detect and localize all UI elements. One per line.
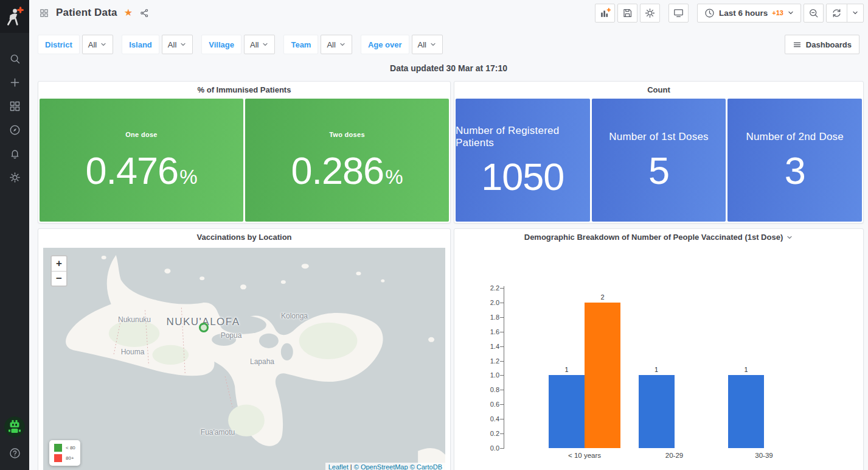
bar-orange-0 [585,303,620,448]
dashboards-button[interactable]: Dashboards [785,35,859,54]
dashboard-settings-button[interactable] [640,4,660,23]
map-zoom-in-button[interactable]: + [52,256,66,271]
y-tick-label: 0.0 [479,444,499,452]
save-dashboard-button[interactable] [617,4,637,23]
y-tick-mark [500,346,504,347]
page-title[interactable]: Patient Data [56,7,117,19]
y-tick-mark [500,390,504,390]
dashboard-title-group: Patient Data ★ [39,7,150,19]
y-tick-mark [500,361,504,362]
zoom-out-button[interactable] [804,4,824,23]
org-runner-logo[interactable] [0,0,29,33]
data-updated-text: Data updated 30 Mar at 17:10 [29,63,868,73]
y-tick-mark [500,332,504,332]
filter-label: Island [122,35,159,54]
leaflet-map[interactable]: + − NukunukuNUKU'ALOFAPopuaKolongaHoumaL… [43,248,445,470]
y-tick-mark [500,375,504,376]
refresh-button-group [826,4,864,23]
bar-blue-0 [549,375,585,448]
map-place-label: Nukunuku [118,315,151,324]
sidebar-item-dashboards[interactable] [1,100,28,114]
bar-value-label: 1 [654,366,658,373]
map-landmass [43,248,445,470]
map-zoom-control: + − [50,255,68,287]
sidebar-item-search[interactable] [1,52,28,67]
panel-title-map[interactable]: Vaccinations by Location [38,229,450,245]
filter-label: Team [283,35,318,54]
y-tick-mark [500,303,504,303]
sidebar-item-configuration[interactable] [1,171,28,186]
stat-value: 5 [648,152,669,190]
dashboards-icon [9,100,21,115]
y-tick-label: 1.0 [479,371,499,379]
panel-vaccinations-map: Vaccinations by Location [38,228,451,470]
filter-island: IslandAll [122,35,193,54]
share-icon[interactable] [139,8,150,18]
y-tick-label: 2.0 [479,299,499,306]
legend-swatch [54,444,62,452]
attribution-link[interactable]: © OpenStreetMap [354,463,408,470]
sidebar-bottom [1,416,28,460]
filter-value-dropdown[interactable]: All [321,35,352,54]
filter-village: VillageAll [201,35,275,54]
panel-title-demographics[interactable]: Demographic Breakdown of Number of Peopl… [454,229,863,245]
search-icon [9,52,21,68]
chevron-down-icon [787,9,794,16]
stat-value: 1050 [481,158,564,196]
map-attribution: Leaflet | © OpenStreetMap © CartoDB [325,463,445,470]
legend-label: < 80 [66,445,75,451]
explore-icon [9,124,21,139]
filter-label: District [38,35,80,54]
stat-tile-count-1: Number of 1st Doses5 [592,99,726,222]
settings-icon [9,171,21,186]
filter-value: All [250,40,259,49]
stat-number: 1050 [481,158,564,196]
filter-label: Age over [361,35,409,54]
x-category-label: 30-39 [755,452,773,459]
filter-value-dropdown[interactable]: All [82,35,113,54]
panel-title-text: Demographic Breakdown of Number of Peopl… [524,233,783,242]
y-axis [504,286,504,449]
dashboards-button-label: Dashboards [806,40,852,49]
panel-count: Count Number of Registered Patients1050N… [454,81,864,223]
attribution-link[interactable]: Leaflet [328,463,349,470]
cycle-view-mode-button[interactable] [668,4,689,23]
sidebar-nav [0,0,29,470]
stat-value: 0.476% [86,152,198,190]
stat-label: Number of 1st Doses [609,131,708,143]
toolbar: Last 6 hours +13 [595,4,864,23]
stat-label: Number of Registered Patients [456,125,590,149]
filter-value-dropdown[interactable]: All [162,35,193,54]
panel-title-immunised[interactable]: % of Immunised Patients [38,82,450,98]
stat-label: Two doses [329,131,365,138]
bar-blue-2 [728,375,764,448]
sidebar-item-explore[interactable] [1,124,28,138]
refresh-interval-dropdown[interactable] [847,4,863,22]
map-place-label: Fua'amotu [201,428,235,437]
help-icon[interactable] [1,446,28,460]
user-avatar[interactable] [4,416,25,437]
bar-value-label: 1 [564,366,568,373]
dashboard-submenu: DistrictAllIslandAllVillageAllTeamAllAge… [38,35,864,54]
y-tick-label: 1.8 [479,314,499,321]
sidebar-item-alerting[interactable] [1,147,28,162]
add-panel-button[interactable] [595,4,615,23]
panel-title-count[interactable]: Count [454,82,863,98]
stat-number: 3 [785,152,805,190]
stat-unit: % [385,167,403,187]
favorite-star-icon[interactable]: ★ [124,8,133,18]
y-tick-label: 0.4 [479,415,499,423]
sidebar-item-create[interactable] [1,76,28,91]
map-zoom-out-button[interactable]: − [52,271,66,286]
bar-blue-1 [639,375,675,448]
filter-value: All [88,40,97,49]
filter-value-dropdown[interactable]: All [244,35,275,54]
time-range-picker[interactable]: Last 6 hours +13 [697,4,801,23]
attribution-link[interactable]: © CartoDB [408,463,442,470]
apps-grid-icon [39,8,49,18]
grafana-dashboard: Patient Data ★ Last 6 hours +13 [0,0,868,470]
refresh-button[interactable] [827,4,847,22]
filter-value-dropdown[interactable]: All [412,35,443,54]
y-tick-mark [500,448,504,449]
map-legend: < 8080+ [49,440,80,466]
